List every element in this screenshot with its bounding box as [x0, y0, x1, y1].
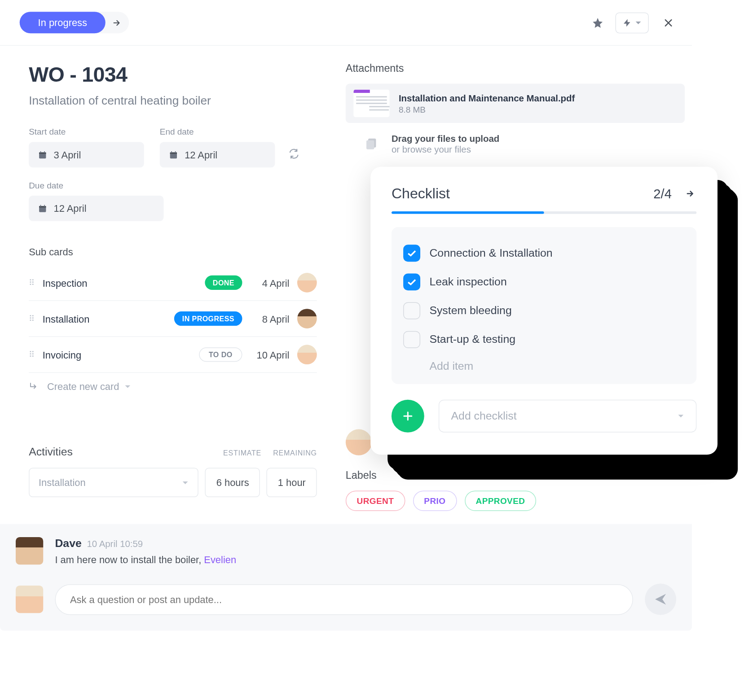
workorder-title: WO - 1034	[29, 63, 317, 87]
file-thumbnail	[353, 90, 389, 117]
checklist-item[interactable]: System bleeding	[403, 296, 685, 325]
caret-down-icon	[182, 481, 189, 485]
caret-down-icon	[635, 21, 642, 25]
label-urgent[interactable]: URGENT	[346, 491, 405, 511]
start-date-label: Start date	[29, 127, 144, 137]
due-date-value: 12 April	[54, 203, 87, 214]
activities-title: Activities	[29, 446, 73, 459]
svg-rect-10	[40, 205, 41, 206]
due-date-label: Due date	[29, 181, 317, 191]
svg-rect-6	[171, 151, 172, 153]
due-date-input[interactable]: 12 April	[29, 196, 163, 222]
attachment-size: 8.8 MB	[399, 105, 575, 114]
checklist-item[interactable]: Connection & Installation	[403, 239, 685, 267]
calendar-icon	[169, 150, 178, 159]
comment-time: 10 April 10:59	[87, 538, 143, 549]
attachment-row[interactable]: Installation and Maintenance Manual.pdf …	[346, 84, 685, 123]
subcard-name: Invoicing	[43, 349, 191, 360]
drop-label: Drag your files to upload	[392, 133, 499, 144]
drag-handle-icon[interactable]: ⠿	[29, 278, 35, 287]
start-date-input[interactable]: 3 April	[29, 142, 144, 168]
drag-handle-icon[interactable]: ⠿	[29, 350, 35, 359]
dropzone[interactable]: Drag your files to upload or browse your…	[346, 133, 685, 154]
subcards-title: Sub cards	[29, 246, 317, 258]
subcard-row[interactable]: ⠿ Inspection DONE 4 April	[29, 265, 317, 301]
end-date-value: 12 April	[185, 149, 217, 161]
add-checklist-select[interactable]: Add checklist	[439, 400, 696, 433]
svg-rect-9	[39, 206, 46, 207]
calendar-icon	[38, 150, 47, 159]
estimate-value[interactable]: 6 hours	[205, 468, 260, 498]
calendar-icon	[38, 204, 47, 213]
svg-rect-3	[44, 151, 45, 153]
remaining-value[interactable]: 1 hour	[267, 468, 317, 498]
end-date-label: End date	[160, 127, 275, 137]
svg-rect-1	[39, 152, 46, 153]
svg-rect-5	[170, 152, 177, 153]
subcard-date: 10 April	[250, 349, 289, 360]
create-card-button[interactable]: Create new card	[29, 373, 317, 400]
attachments-title: Attachments	[346, 63, 685, 74]
remaining-header: REMAINING	[273, 449, 317, 457]
close-icon[interactable]	[660, 18, 676, 28]
refresh-icon[interactable]	[288, 148, 300, 160]
add-checklist-placeholder: Add checklist	[451, 410, 517, 423]
checkbox[interactable]	[403, 273, 420, 290]
arrow-right-icon[interactable]	[112, 18, 121, 27]
svg-rect-13	[366, 140, 374, 149]
status-pill[interactable]: In progress	[20, 12, 106, 33]
checkbox[interactable]	[403, 245, 420, 262]
arrow-right-icon[interactable]	[683, 189, 696, 198]
comment-text: I am here now to install the boiler, Eve…	[55, 554, 236, 565]
avatar[interactable]	[297, 345, 317, 365]
progress-fill	[392, 211, 544, 214]
checklist-item[interactable]: Start-up & testing	[403, 325, 685, 354]
subcard-date: 8 April	[250, 313, 289, 324]
subcard-name: Inspection	[43, 277, 197, 289]
plus-icon	[401, 410, 414, 423]
add-checklist-button[interactable]	[392, 400, 424, 433]
comment: Dave 10 April 10:59 I am here now to ins…	[16, 537, 676, 565]
status-badge: DONE	[205, 276, 242, 290]
label-approved[interactable]: APPROVED	[465, 491, 536, 511]
subcard-row[interactable]: ⠿ Installation IN PROGRESS 8 April	[29, 301, 317, 337]
comment-avatar[interactable]	[16, 537, 43, 564]
comment-author: Dave	[55, 537, 81, 550]
avatar[interactable]	[297, 273, 317, 293]
end-date-input[interactable]: 12 April	[160, 142, 275, 168]
create-card-label: Create new card	[47, 381, 119, 392]
bolt-button[interactable]	[616, 12, 649, 33]
activity-select[interactable]: Installation	[29, 468, 198, 498]
subcard-name: Installation	[43, 313, 167, 324]
add-item-input[interactable]: Add item	[403, 354, 685, 375]
subcard-row[interactable]: ⠿ Invoicing TO DO 10 April	[29, 337, 317, 373]
drop-sublabel: or browse your files	[392, 144, 499, 154]
drag-handle-icon[interactable]: ⠿	[29, 314, 35, 323]
attachment-name: Installation and Maintenance Manual.pdf	[399, 92, 575, 103]
checklist-item-label: System bleeding	[429, 304, 511, 317]
checkbox[interactable]	[403, 331, 420, 348]
svg-rect-7	[175, 151, 176, 153]
star-icon[interactable]	[592, 17, 603, 28]
avatar[interactable]	[297, 309, 317, 329]
arrow-turn-icon	[29, 381, 39, 392]
label-prio[interactable]: PRIO	[413, 491, 457, 511]
checklist-item-label: Leak inspection	[429, 276, 506, 289]
mention[interactable]: Evelien	[204, 554, 236, 565]
bolt-icon	[623, 18, 632, 28]
checklist-title: Checklist	[392, 185, 450, 202]
assignee-avatar[interactable]	[346, 429, 372, 455]
checklist-item-label: Connection & Installation	[429, 247, 552, 260]
compose-input[interactable]	[55, 584, 633, 615]
workorder-subtitle: Installation of central heating boiler	[29, 93, 212, 109]
estimate-header: ESTIMATE	[223, 449, 261, 457]
start-date-value: 3 April	[54, 149, 81, 161]
files-icon	[364, 137, 379, 151]
caret-down-icon	[678, 414, 684, 418]
checklist-item[interactable]: Leak inspection	[403, 267, 685, 296]
status-badge: IN PROGRESS	[174, 312, 242, 326]
checkbox[interactable]	[403, 302, 420, 319]
send-button[interactable]	[645, 584, 676, 615]
activity-select-value: Installation	[39, 477, 86, 488]
caret-down-icon	[124, 385, 131, 389]
